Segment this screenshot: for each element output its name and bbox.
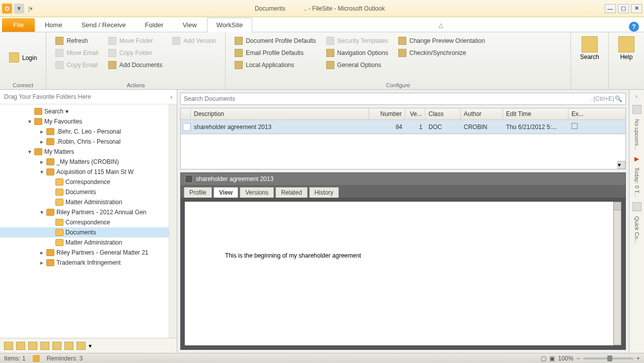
- help-button[interactable]: Help: [613, 34, 640, 63]
- security-icon: [326, 37, 334, 45]
- zoom-slider[interactable]: [583, 357, 633, 359]
- rail-quick-contacts[interactable]: Quick Co...: [634, 216, 640, 244]
- tree-search[interactable]: Search ▾: [0, 106, 177, 116]
- th-ex[interactable]: Ex...: [568, 108, 584, 119]
- tree-my-favourites[interactable]: ▾My Favourites: [0, 116, 177, 127]
- th-edit-time[interactable]: Edit Time: [503, 108, 568, 119]
- reminder-bell-icon[interactable]: [33, 355, 40, 362]
- rail-today[interactable]: Today: 0 T...: [634, 167, 640, 197]
- table-row[interactable]: shareholder agreement 2013 84 1 DOC CROB…: [181, 120, 625, 134]
- search-button[interactable]: Search: [575, 34, 604, 63]
- tree-matter-admin-1[interactable]: Matter Administration: [0, 197, 177, 207]
- tab-view[interactable]: View: [174, 18, 206, 32]
- th-class[interactable]: Class: [425, 108, 461, 119]
- folder-tree[interactable]: Search ▾ ▾My Favourites ▸.Behr, C. Leo -…: [0, 104, 177, 338]
- tree-scrollbar[interactable]: [169, 104, 177, 338]
- tab-folder[interactable]: Folder: [136, 18, 173, 32]
- refresh-button[interactable]: Refresh: [52, 35, 101, 46]
- refresh-icon: [55, 37, 63, 45]
- scroll-up-icon[interactable]: [614, 202, 621, 210]
- tree-riley-2012[interactable]: ▾Riley Partners - 2012 Annual Gen: [0, 207, 177, 217]
- flag-icon[interactable]: ▶: [634, 155, 639, 162]
- checkin-synchronize-button[interactable]: Checkin/Synchronize: [395, 47, 488, 58]
- tree-my-matters-crobin[interactable]: ▸_My Matters (CROBIN): [0, 157, 177, 167]
- preview-tab-versions[interactable]: Versions: [240, 187, 274, 198]
- expand-rail-icon[interactable]: ‹: [636, 93, 638, 100]
- status-reminders[interactable]: Reminders: 3: [47, 355, 83, 362]
- zoom-out-button[interactable]: −: [577, 355, 580, 362]
- close-button[interactable]: ✕: [631, 4, 642, 13]
- folder-icon: [55, 189, 63, 196]
- nav-mail-icon[interactable]: [4, 342, 13, 350]
- login-button[interactable]: Login: [4, 34, 42, 81]
- nav-shortcuts-icon[interactable]: [77, 342, 86, 350]
- tree-behr[interactable]: ▸.Behr, C. Leo - Personal: [0, 127, 177, 137]
- tree-correspondence-1[interactable]: Correspondence: [0, 177, 177, 187]
- tree-robin[interactable]: ▸.Robin, Chris - Personal: [0, 137, 177, 147]
- nav-tasks-icon[interactable]: [40, 342, 49, 350]
- th-version[interactable]: Ve...: [405, 108, 425, 119]
- nav-notes-icon[interactable]: [52, 342, 61, 350]
- table-empty-area: ▾: [180, 134, 626, 169]
- tab-home[interactable]: Home: [36, 18, 71, 32]
- tree-acquisition[interactable]: ▾Acquisition of 115 Main St W: [0, 167, 177, 177]
- document-text: This is the beginning of my shareholder …: [225, 252, 361, 259]
- copy-email-icon: [55, 61, 63, 69]
- calendar-peek-icon[interactable]: [632, 105, 641, 114]
- tree-correspondence-2[interactable]: Correspondence: [0, 217, 177, 227]
- view-reading-icon[interactable]: ▣: [549, 355, 555, 362]
- rail-upcoming[interactable]: No upcomi...: [634, 119, 640, 150]
- tree-documents-1[interactable]: Documents: [0, 187, 177, 197]
- table-scroll-corner[interactable]: ▾: [617, 161, 625, 169]
- folder-icon: [55, 178, 63, 186]
- add-documents-button[interactable]: Add Documents: [105, 59, 165, 71]
- th-number[interactable]: Number: [369, 108, 405, 119]
- search-input[interactable]: [184, 95, 590, 102]
- tab-send-receive[interactable]: Send / Receive: [73, 18, 135, 32]
- people-peek-icon[interactable]: [632, 202, 641, 211]
- tree-trademark[interactable]: ▸Trademark Infringement: [0, 258, 177, 268]
- zoom-thumb[interactable]: [607, 355, 612, 361]
- preview-tab-history[interactable]: History: [309, 187, 339, 198]
- move-folder-button: Move Folder: [105, 35, 165, 46]
- nav-calendar-icon[interactable]: [16, 342, 25, 350]
- file-tab[interactable]: File: [2, 18, 35, 32]
- th-author[interactable]: Author: [461, 108, 503, 119]
- nav-contacts-icon[interactable]: [28, 342, 37, 350]
- folder-icon: [55, 219, 63, 226]
- ribbon-collapse-icon[interactable]: △: [436, 19, 446, 32]
- tree-my-matters[interactable]: ▾My Matters: [0, 147, 177, 157]
- nav-configure-icon[interactable]: ▾: [89, 342, 92, 349]
- tree-documents-selected[interactable]: Documents: [0, 227, 177, 237]
- tree-riley-general[interactable]: ▸Riley Partners - General Matter 21: [0, 248, 177, 258]
- zoom-in-button[interactable]: +: [636, 355, 640, 362]
- general-options-button[interactable]: General Options: [323, 59, 391, 71]
- tab-worksite[interactable]: WorkSite: [207, 18, 253, 32]
- minimize-button[interactable]: ―: [605, 4, 616, 13]
- maximize-button[interactable]: ▢: [618, 4, 629, 13]
- nav-folders-icon[interactable]: [64, 342, 74, 350]
- collapse-pane-icon[interactable]: ‹: [170, 93, 173, 101]
- preview-tab-profile[interactable]: Profile: [184, 187, 212, 198]
- th-icon[interactable]: [181, 108, 191, 119]
- tree-matter-admin-2[interactable]: Matter Administration: [0, 237, 177, 248]
- preview-tab-related[interactable]: Related: [275, 187, 307, 198]
- preview-title-text: shareholder agreement 2013: [196, 175, 273, 183]
- th-description[interactable]: Description: [191, 108, 369, 119]
- help-icon[interactable]: ?: [629, 22, 639, 32]
- navigation-options-button[interactable]: Navigation Options: [323, 47, 391, 58]
- outlook-icon[interactable]: O: [2, 4, 12, 14]
- folder-pane: Drag Your Favorite Folders Here ‹ Search…: [0, 90, 177, 353]
- doc-profile-defaults-button[interactable]: Document Profile Defaults: [232, 35, 319, 46]
- window-title: Documents .. - FileSite - Microsoft Outl…: [35, 5, 605, 12]
- search-documents-bar[interactable]: . (Ctrl+E) 🔍: [180, 93, 626, 105]
- search-magnifier-icon[interactable]: 🔍: [614, 95, 622, 103]
- preview-tab-view[interactable]: View: [213, 187, 238, 198]
- view-normal-icon[interactable]: ▢: [541, 355, 546, 362]
- local-applications-button[interactable]: Local Applications: [232, 59, 319, 71]
- change-preview-orientation-button[interactable]: Change Preview Orientation: [395, 35, 488, 46]
- qat-save-icon[interactable]: ▾: [14, 4, 24, 14]
- favorites-hint: Drag Your Favorite Folders Here: [4, 93, 91, 100]
- email-profile-defaults-button[interactable]: Email Profile Defaults: [232, 47, 319, 58]
- preview-scrollbar[interactable]: [613, 202, 621, 345]
